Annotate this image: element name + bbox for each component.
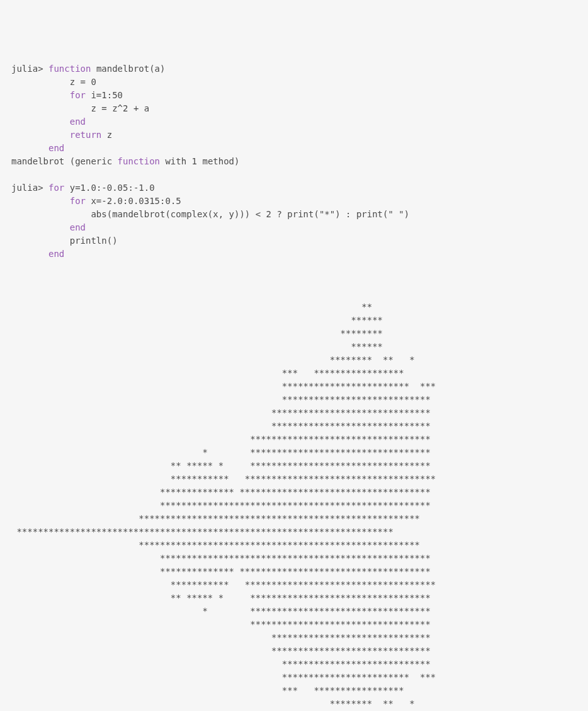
keyword-function: function [48,64,91,74]
keyword-end: end [48,143,64,153]
julia-repl-session: julia> function mandelbrot(a) z = 0 for … [11,62,577,711]
keyword-end: end [70,222,86,232]
keyword-return: return [70,130,102,140]
keyword-end: end [70,117,86,127]
prompt: julia> [11,64,43,74]
keyword-for: for [70,196,86,206]
keyword-for: for [48,183,64,193]
keyword-end: end [48,249,64,259]
mandelbrot-output: ** ****** ******** [11,261,577,711]
repl-result: mandelbrot (generic [11,156,118,166]
prompt: julia> [11,183,43,193]
keyword-for: for [70,90,86,100]
